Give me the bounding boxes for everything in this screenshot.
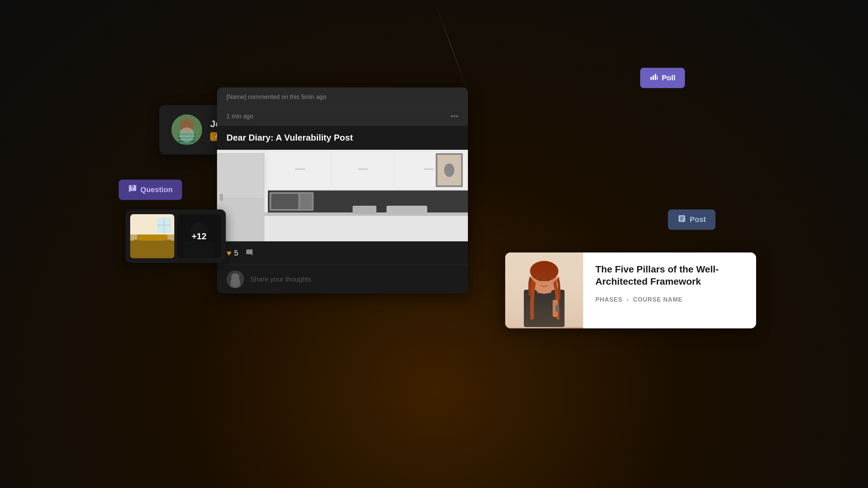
- svg-rect-37: [230, 283, 241, 288]
- breadcrumb-phase: PHASES: [595, 296, 623, 303]
- question-label: Question: [140, 185, 173, 194]
- question-icon: [128, 184, 137, 195]
- notification-text-1: [Name] commented on this 5min ago: [226, 94, 326, 100]
- course-info: The Five Pillars of the Well-Architected…: [583, 252, 756, 328]
- course-breadcrumb: PHASES › COURSE NAME: [595, 296, 744, 303]
- svg-rect-40: [137, 235, 167, 245]
- svg-rect-33: [387, 206, 427, 214]
- svg-rect-2: [655, 74, 656, 80]
- svg-rect-24: [220, 194, 223, 201]
- svg-rect-7: [178, 136, 195, 137]
- gallery-more-count: +12: [177, 214, 221, 258]
- svg-rect-42: [164, 240, 171, 250]
- svg-rect-20: [268, 216, 468, 241]
- heart-icon[interactable]: ♥: [226, 248, 231, 258]
- svg-point-36: [231, 273, 239, 281]
- likes-container: ♥ 5: [226, 248, 238, 258]
- commenter-avatar: [226, 270, 244, 288]
- svg-rect-59: [505, 252, 583, 327]
- avatar-image: [172, 115, 202, 145]
- svg-rect-16: [295, 168, 305, 170]
- comment-input-area[interactable]: Share your thoughts: [217, 265, 468, 293]
- svg-rect-17: [358, 168, 368, 170]
- question-button[interactable]: Question: [119, 180, 182, 200]
- post-image: [217, 150, 468, 241]
- gallery-thumb-1[interactable]: [130, 214, 174, 258]
- likes-count: 5: [234, 249, 238, 258]
- svg-rect-29: [353, 206, 376, 214]
- svg-point-5: [180, 119, 194, 132]
- svg-rect-39: [130, 241, 174, 258]
- post-label: Post: [690, 215, 706, 224]
- svg-rect-9: [178, 142, 195, 144]
- course-card: The Five Pillars of the Well-Architected…: [505, 252, 756, 328]
- gallery-thumb-2[interactable]: +12: [177, 214, 221, 258]
- svg-rect-8: [178, 139, 195, 140]
- poll-icon: [650, 73, 658, 83]
- image-gallery: +12: [125, 209, 226, 263]
- poll-button[interactable]: Poll: [640, 68, 685, 88]
- post-notification-1: [Name] commented on this 5min ago: [217, 87, 468, 107]
- svg-rect-41: [134, 240, 140, 250]
- svg-rect-27: [271, 194, 298, 209]
- poll-label: Poll: [662, 74, 675, 82]
- course-thumbnail: [505, 252, 583, 328]
- post-actions: ♥ 5: [217, 241, 468, 265]
- svg-rect-35: [226, 270, 244, 288]
- svg-rect-1: [652, 76, 654, 80]
- svg-rect-28: [300, 194, 312, 209]
- comment-placeholder: Share your thoughts: [250, 276, 311, 283]
- svg-rect-22: [218, 154, 264, 198]
- post-title: Dear Diary: A Vulerability Post: [217, 126, 468, 150]
- comment-icon[interactable]: [245, 248, 254, 259]
- avatar: [172, 115, 202, 145]
- breadcrumb-arrow: ›: [627, 296, 629, 303]
- breadcrumb-course: COURSE NAME: [633, 296, 683, 303]
- course-title: The Five Pillars of the Well-Architected…: [595, 263, 744, 288]
- svg-rect-3: [657, 76, 657, 80]
- notification-time: 1 min ago: [226, 113, 253, 120]
- post-icon: [677, 214, 686, 225]
- more-options-icon[interactable]: •••: [451, 112, 458, 121]
- post-card: [Name] commented on this 5min ago 1 min …: [217, 87, 468, 293]
- svg-rect-18: [424, 168, 434, 170]
- svg-point-32: [444, 163, 454, 177]
- svg-rect-0: [650, 77, 652, 80]
- post-button[interactable]: Post: [668, 209, 715, 230]
- post-notification-2: 1 min ago •••: [217, 107, 468, 126]
